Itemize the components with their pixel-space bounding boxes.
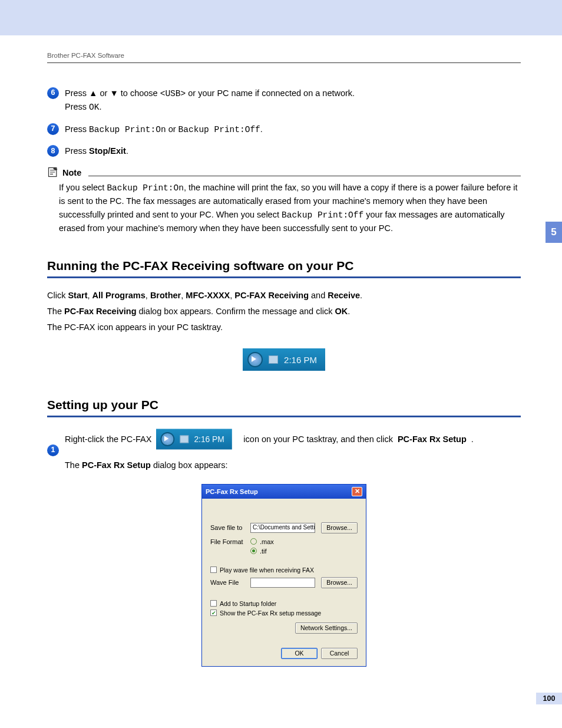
text: The <box>65 460 82 470</box>
header-rule <box>47 62 521 63</box>
startup-label: Add to Startup folder <box>220 600 276 607</box>
note-icon <box>47 166 59 180</box>
breadcrumb: Brother PC-FAX Software <box>47 52 521 59</box>
show-setup-label: Show the PC-Fax Rx setup message <box>220 610 321 617</box>
text: and <box>309 291 328 300</box>
save-file-label: Save file to <box>210 524 244 531</box>
pcfax-tray-icon <box>161 432 175 446</box>
ok-code: OK <box>89 103 99 112</box>
text: , <box>146 291 150 300</box>
wave-file-label: Wave File <box>210 579 244 586</box>
step-badge: 1 <box>47 444 59 456</box>
note-header: Note <box>47 166 521 180</box>
text: or <box>97 88 110 98</box>
receive: Receive <box>328 291 360 300</box>
tray-time: 2:16 PM <box>284 355 317 365</box>
browse-save-button[interactable]: Browse... <box>321 522 358 533</box>
text: or <box>166 124 178 134</box>
stop-exit: Stop/Exit <box>89 146 126 156</box>
section-heading-run: Running the PC-FAX Receiving software on… <box>47 259 521 273</box>
up-arrow-icon: ▲ <box>89 88 97 98</box>
code: Backup Print:On <box>107 183 184 193</box>
text: . <box>348 307 350 316</box>
browse-wave-button[interactable]: Browse... <box>321 577 358 588</box>
dialog-name: PC-Fax Rx Setup <box>82 460 151 470</box>
section-rule <box>47 276 521 278</box>
page-content: Brother PC-FAX Software 6 Press ▲ or ▼ t… <box>0 35 562 667</box>
network-settings-button[interactable]: Network Settings... <box>295 622 358 634</box>
ok-button[interactable]: OK <box>281 648 318 659</box>
text: . <box>260 124 263 134</box>
step-badge: 7 <box>47 123 59 135</box>
radio-tif[interactable] <box>250 548 257 554</box>
step-badge: 8 <box>47 145 59 157</box>
text: Press <box>65 88 89 98</box>
mfc-xxxx: MFC-XXXX <box>186 291 230 300</box>
code: Backup Print:Off <box>282 210 363 220</box>
dialog-titlebar[interactable]: PC-Fax Rx Setup ✕ <box>202 485 366 499</box>
step-1: 1 Right-click the PC-FAX 2:16 PM icon on… <box>47 428 521 472</box>
text: . <box>360 291 362 300</box>
step-badge: 6 <box>47 87 59 99</box>
tasktray: 2:16 PM <box>243 348 325 371</box>
note-body: If you select Backup Print:On, the machi… <box>59 181 521 235</box>
ok: OK <box>335 307 348 316</box>
section-heading-setup: Setting up your PC <box>47 398 521 412</box>
tasktray-text: The PC-FAX icon appears in your PC taskt… <box>47 321 521 334</box>
step-8: 8 Press Stop/Exit. <box>47 144 521 157</box>
code: Backup Print:On <box>89 125 166 134</box>
chapter-tab: 5 <box>546 222 562 243</box>
tray-window-icon <box>180 436 189 443</box>
text: dialog box appears. Confirm the message … <box>137 307 335 316</box>
pcfax-rx-setup-dialog: PC-Fax Rx Setup ✕ Save file to C:\Docume… <box>201 484 366 667</box>
tray-window-icon <box>269 355 278 364</box>
down-arrow-icon: ▼ <box>110 88 118 98</box>
text: Click <box>47 291 68 300</box>
text: Press <box>65 146 89 156</box>
cancel-button[interactable]: Cancel <box>321 648 358 659</box>
format-max-label: .max <box>260 538 274 545</box>
text: If you select <box>59 183 107 192</box>
text: icon on your PC tasktray, and then click <box>243 433 393 446</box>
step-6: 6 Press ▲ or ▼ to choose <USB> or your P… <box>47 87 521 114</box>
text: Press <box>65 102 89 111</box>
text: . <box>471 433 474 446</box>
page-number: 100 <box>536 693 562 704</box>
all-programs: All Programs <box>92 291 146 300</box>
format-tif-label: .tif <box>260 548 267 555</box>
step-7: 7 Press Backup Print:On or Backup Print:… <box>47 123 521 136</box>
text: dialog box appears: <box>151 460 228 470</box>
text: . <box>126 146 128 156</box>
play-wave-label: Play wave file when receiving FAX <box>220 566 314 574</box>
note-label: Note <box>62 168 81 177</box>
text: or your PC name if connected on a networ… <box>186 88 355 98</box>
file-format-label: File Format <box>210 538 244 545</box>
text: The <box>47 307 64 316</box>
wave-file-input[interactable] <box>250 578 315 588</box>
brother: Brother <box>150 291 181 300</box>
pcfax-tray-icon <box>247 352 263 367</box>
text: Right-click the PC-FAX <box>65 433 151 446</box>
text: . <box>100 102 102 111</box>
play-wave-checkbox[interactable] <box>210 566 217 573</box>
top-band <box>0 0 562 35</box>
dialog-title: PC-Fax Rx Setup <box>206 488 258 495</box>
text: , <box>88 291 92 300</box>
save-file-input[interactable]: C:\Documents and Settings\All Use <box>250 523 315 533</box>
dialog-name: PC-Fax Receiving <box>64 307 137 316</box>
code: Backup Print:Off <box>178 125 260 134</box>
tray-time: 2:16 PM <box>194 433 224 446</box>
close-icon[interactable]: ✕ <box>352 487 362 496</box>
radio-max[interactable] <box>250 538 257 545</box>
note-rule <box>88 176 521 176</box>
confirm-text: The PC-Fax Receiving dialog box appears.… <box>47 305 521 318</box>
startup-checkbox[interactable] <box>210 600 217 607</box>
menu-item: PC-Fax Rx Setup <box>398 433 467 446</box>
text: Press <box>65 124 89 134</box>
show-setup-checkbox[interactable]: ✔ <box>210 610 217 616</box>
section-rule <box>47 416 521 417</box>
usb-code: <USB> <box>160 89 186 98</box>
run-path: Click Start, All Programs, Brother, MFC-… <box>47 289 521 302</box>
tasktray-inline: 2:16 PM <box>156 429 232 450</box>
text: to choose <box>118 88 160 98</box>
